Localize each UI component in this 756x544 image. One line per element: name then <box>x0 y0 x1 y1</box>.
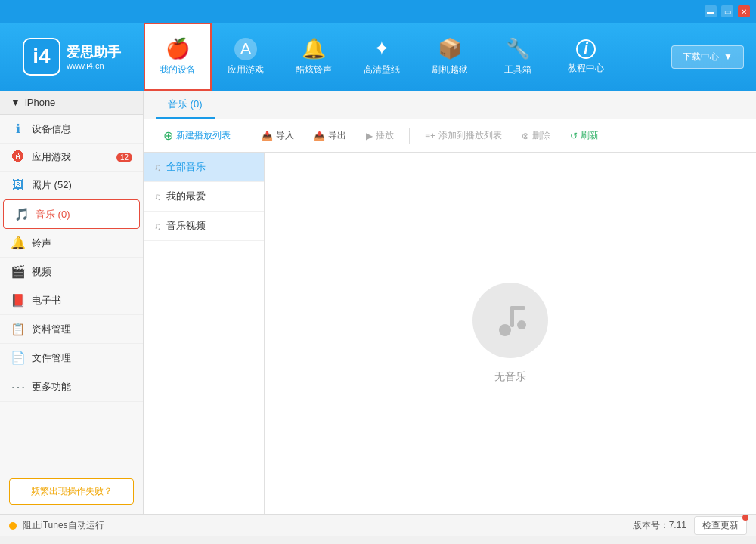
wallpaper-icon: ✦ <box>373 37 390 60</box>
plus-icon: ⊕ <box>163 128 173 143</box>
svg-rect-3 <box>510 306 525 310</box>
sidebar-header: ▼ iPhone <box>0 91 143 115</box>
trouble-button[interactable]: 频繁出现操作失败？ <box>9 478 134 505</box>
status-right: 版本号：7.11 检查更新 <box>633 516 747 535</box>
toolbox-icon: 🔧 <box>506 37 530 60</box>
apps-icon: A <box>234 38 257 60</box>
sidebar-item-more[interactable]: ⋯ 更多功能 <box>0 372 143 402</box>
nav-apps[interactable]: A 应用游戏 <box>212 23 280 91</box>
info-circle-icon: ℹ <box>11 122 26 136</box>
status-bar: 阻止iTunes自动运行 版本号：7.11 检查更新 <box>0 514 756 536</box>
apple-icon: 🍎 <box>166 37 190 60</box>
separator-1 <box>246 128 246 144</box>
minimize-btn[interactable]: ▬ <box>705 5 717 17</box>
sidebar-item-photos[interactable]: 🖼 照片 (52) <box>0 172 143 199</box>
status-left: 阻止iTunes自动运行 <box>9 519 104 532</box>
jailbreak-icon: 📦 <box>438 37 462 60</box>
new-playlist-btn[interactable]: ⊕ 新建播放列表 <box>156 125 238 147</box>
empty-state: 无音乐 <box>472 283 548 384</box>
close-btn[interactable]: ✕ <box>738 5 750 17</box>
playlist-panel: ♫ 全部音乐 ♫ 我的最爱 ♫ 音乐视频 <box>144 153 265 514</box>
sidebar-item-file-mgmt[interactable]: 📄 文件管理 <box>0 344 143 372</box>
add-list-icon: ≡+ <box>425 131 435 141</box>
nav-ringtones[interactable]: 🔔 酷炫铃声 <box>280 23 348 91</box>
delete-icon: ⊗ <box>522 131 529 141</box>
sidebar-item-data-mgmt[interactable]: 📋 资料管理 <box>0 315 143 344</box>
export-icon: 📤 <box>314 131 325 141</box>
play-icon: ▶ <box>366 131 373 141</box>
import-btn[interactable]: 📥 导入 <box>254 125 302 146</box>
apps-badge: 12 <box>116 153 132 162</box>
check-update-btn[interactable]: 检查更新 <box>694 516 747 535</box>
maximize-btn[interactable]: ▭ <box>721 5 733 17</box>
video-note-icon: ♫ <box>154 221 162 232</box>
sidebar: ▼ iPhone ℹ 设备信息 🅐 应用游戏 12 🖼 照片 (52) 🎵 音乐… <box>0 91 144 514</box>
content-tab-bar: 音乐 (0) <box>144 91 756 119</box>
sidebar-item-videos[interactable]: 🎬 视频 <box>0 258 143 286</box>
more-icon: ⋯ <box>11 379 26 394</box>
file-icon: 📄 <box>11 351 26 365</box>
content-body: ♫ 全部音乐 ♫ 我的最爱 ♫ 音乐视频 <box>144 153 756 514</box>
bell-icon: 🔔 <box>302 37 326 60</box>
ringtone-icon: 🔔 <box>11 236 26 250</box>
window-controls: ▬ ▭ ✕ <box>705 5 750 17</box>
svg-point-1 <box>517 320 526 329</box>
logo-area: i4 爱思助手 www.i4.cn <box>0 23 144 91</box>
sidebar-item-music[interactable]: 🎵 音乐 (0) <box>3 199 140 229</box>
refresh-btn[interactable]: ↺ 刷新 <box>562 125 606 146</box>
import-icon: 📥 <box>262 131 273 141</box>
separator-2 <box>409 128 410 144</box>
empty-music-icon <box>472 283 548 358</box>
nav-my-device[interactable]: 🍎 我的设备 <box>144 23 212 91</box>
app-logo-text: 爱思助手 www.i4.cn <box>67 43 121 70</box>
export-btn[interactable]: 📤 导出 <box>306 125 354 146</box>
music-tab[interactable]: 音乐 (0) <box>156 91 215 119</box>
sidebar-item-apps[interactable]: 🅐 应用游戏 12 <box>0 144 143 172</box>
nav-toolbox[interactable]: 🔧 工具箱 <box>484 23 552 91</box>
content-area: 音乐 (0) ⊕ 新建播放列表 📥 导入 📤 导出 ▶ 播放 ≡+ <box>144 91 756 514</box>
playlist-item-all-music[interactable]: ♫ 全部音乐 <box>144 153 264 182</box>
data-mgmt-icon: 📋 <box>11 322 26 336</box>
refresh-icon: ↺ <box>570 131 578 141</box>
download-center-btn[interactable]: 下载中心 ▼ <box>671 45 744 69</box>
nav-jailbreak[interactable]: 📦 刷机越狱 <box>416 23 484 91</box>
music-main-area: 无音乐 <box>265 153 756 514</box>
sidebar-bottom: 频繁出现操作失败？ <box>0 469 143 514</box>
update-dot <box>742 515 748 521</box>
ebook-icon: 📕 <box>11 293 26 308</box>
add-to-playlist-btn[interactable]: ≡+ 添加到播放列表 <box>417 125 510 146</box>
music-icon: 🎵 <box>14 207 29 221</box>
music-note-icon: ♫ <box>154 162 162 173</box>
app-store-icon: 🅐 <box>11 150 26 164</box>
download-arrow-icon: ▼ <box>723 51 733 62</box>
photos-icon: 🖼 <box>11 178 26 192</box>
nav-wallpapers[interactable]: ✦ 高清壁纸 <box>348 23 416 91</box>
status-indicator <box>9 522 17 530</box>
nav-tutorials[interactable]: i 教程中心 <box>552 23 620 91</box>
delete-btn[interactable]: ⊗ 删除 <box>514 125 558 146</box>
chevron-down-icon: ▼ <box>11 97 20 108</box>
play-btn[interactable]: ▶ 播放 <box>358 125 401 146</box>
playlist-item-favorites[interactable]: ♫ 我的最爱 <box>144 182 264 212</box>
header: i4 爱思助手 www.i4.cn 🍎 我的设备 A 应用游戏 🔔 酷炫铃声 ✦… <box>0 23 756 91</box>
heart-icon: ♫ <box>154 191 162 202</box>
main-layout: ▼ iPhone ℹ 设备信息 🅐 应用游戏 12 🖼 照片 (52) 🎵 音乐… <box>0 91 756 514</box>
video-icon: 🎬 <box>11 264 26 279</box>
sidebar-item-ringtones[interactable]: 🔔 铃声 <box>0 229 143 258</box>
app-logo-icon: i4 <box>23 38 60 76</box>
toolbar: ⊕ 新建播放列表 📥 导入 📤 导出 ▶ 播放 ≡+ 添加到播放列表 <box>144 119 756 153</box>
title-bar: ▬ ▭ ✕ <box>0 0 756 23</box>
playlist-item-music-videos[interactable]: ♫ 音乐视频 <box>144 212 264 241</box>
sidebar-item-ebooks[interactable]: 📕 电子书 <box>0 286 143 315</box>
svg-point-0 <box>499 324 511 336</box>
nav-bar: 🍎 我的设备 A 应用游戏 🔔 酷炫铃声 ✦ 高清壁纸 📦 刷机越狱 🔧 工具箱… <box>144 23 671 91</box>
sidebar-item-device-info[interactable]: ℹ 设备信息 <box>0 115 143 144</box>
info-icon: i <box>576 39 596 59</box>
